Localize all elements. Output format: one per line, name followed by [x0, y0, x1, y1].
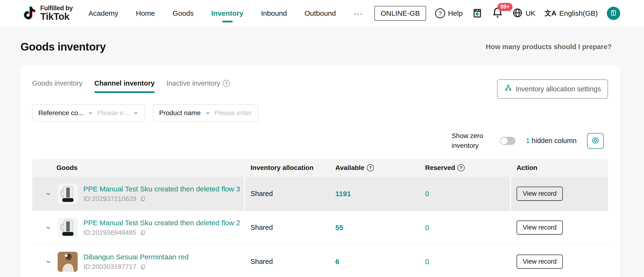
product-name-link[interactable]: PPE Manual Test Sku created then deleted… — [83, 219, 240, 227]
shop-selector[interactable]: ONLINE-GB — [374, 6, 426, 21]
tab-goods-inventory[interactable]: Goods inventory — [32, 79, 82, 93]
page-head: Goods inventory How many products should… — [0, 27, 644, 53]
reference-code-label[interactable]: Reference co... — [38, 109, 84, 117]
reserved-value[interactable]: 0 — [419, 258, 510, 266]
question-circle-icon[interactable]: ? — [367, 164, 374, 171]
language-selector[interactable]: 文A English(GB) — [544, 9, 598, 18]
tab-label: Inactive inventory — [166, 79, 220, 87]
column-separator — [244, 177, 245, 211]
show-zero-inventory-label: Show zero inventory — [452, 131, 490, 150]
table-row: PPE Manual Test Sku created then deleted… — [32, 177, 608, 211]
view-record-button[interactable]: View record — [516, 254, 563, 269]
tab-label: Channel inventory — [94, 79, 154, 87]
product-name-link[interactable]: PPE Manual Test Sku created then deleted… — [83, 185, 240, 193]
ellipsis-icon: ··· — [354, 9, 363, 18]
allocation-tree-icon — [504, 84, 512, 94]
hidden-column-indicator: 1 hidden column — [526, 137, 576, 145]
copy-icon[interactable] — [140, 229, 146, 236]
view-record-button[interactable]: View record — [516, 220, 563, 234]
product-id-value: ID:202937210629 — [83, 195, 136, 203]
active-nav-underline — [222, 21, 233, 23]
tab-channel-inventory[interactable]: Channel inventory — [94, 79, 154, 93]
reserved-value[interactable]: 0 — [419, 190, 510, 198]
column-separator — [510, 177, 511, 211]
nav-item-academy[interactable]: Academy — [88, 0, 118, 27]
store-avatar[interactable] — [607, 7, 620, 20]
returns-package-icon — [472, 8, 483, 19]
column-settings-button[interactable] — [587, 133, 604, 149]
product-name-filter[interactable]: Product name Please enter — [153, 104, 258, 122]
language-label: English(GB) — [559, 9, 598, 18]
tab-label: Goods inventory — [32, 79, 82, 87]
product-image-teapot[interactable] — [58, 184, 78, 204]
tab-inactive-inventory[interactable]: Inactive inventory ? — [166, 79, 230, 93]
notifications-button[interactable]: 99+ — [492, 7, 503, 20]
product-id: ID:200303187717 — [83, 263, 189, 270]
main-nav: Academy Home Goods Inventory Inbound Out… — [88, 0, 363, 27]
product-id: ID:202937210629 — [83, 195, 240, 203]
copy-icon[interactable] — [140, 264, 146, 270]
column-header-available: Available ? — [329, 164, 419, 172]
goods-cell: PPE Manual Test Sku created then deleted… — [32, 184, 244, 204]
active-tab-underline — [94, 91, 154, 93]
channel-inventory-table: Goods Inventory allocation Available ? R… — [32, 159, 608, 277]
expand-row-chevron-icon[interactable] — [45, 190, 52, 197]
show-zero-inventory-toggle[interactable] — [500, 137, 516, 145]
table-header: Goods Inventory allocation Available ? R… — [32, 159, 608, 177]
available-label: Available — [335, 164, 364, 172]
column-header-reserved: Reserved ? — [419, 164, 510, 172]
topbar: Fulfilled by TikTok Academy Home Goods I… — [0, 0, 644, 27]
region-selector[interactable]: UK — [512, 8, 536, 19]
card-top-row: Goods inventory Channel inventory Inacti… — [32, 79, 608, 99]
inventory-tabs: Goods inventory Channel inventory Inacti… — [32, 79, 230, 93]
nav-item-home[interactable]: Home — [136, 0, 155, 27]
product-name-label[interactable]: Product name — [159, 109, 200, 117]
fulfilled-by-tiktok-logo[interactable]: Fulfilled by TikTok — [22, 4, 73, 23]
expand-row-chevron-icon[interactable] — [45, 258, 52, 265]
chevron-down-icon[interactable] — [88, 110, 94, 116]
copy-icon[interactable] — [140, 196, 146, 202]
prepare-help-link[interactable]: How many products should I prepare? — [486, 43, 612, 51]
question-circle-icon: ? — [435, 8, 445, 18]
nav-item-inbound[interactable]: Inbound — [261, 0, 287, 27]
table-controls: Show zero inventory 1 hidden column — [32, 131, 608, 150]
expand-row-chevron-icon[interactable] — [45, 224, 52, 231]
table-row: Dibangun Sesuai Permintaan red ID:200303… — [32, 245, 608, 277]
product-image-sweater[interactable] — [58, 252, 78, 272]
view-record-button[interactable]: View record — [516, 187, 563, 201]
action-cell: View record — [510, 220, 608, 234]
allocation-value: Shared — [244, 258, 329, 265]
reference-code-filter[interactable]: Reference co... Please e... — [32, 104, 145, 122]
logo-line2: TikTok — [40, 12, 73, 22]
globe-icon — [512, 8, 523, 19]
translate-icon: 文A — [544, 9, 556, 18]
product-name-link[interactable]: Dibangun Sesuai Permintaan red — [83, 253, 189, 261]
nav-label: Outbound — [304, 9, 336, 18]
available-value[interactable]: 1191 — [329, 190, 419, 198]
goods-cell: Dibangun Sesuai Permintaan red ID:200303… — [32, 252, 244, 272]
column-header-goods: Goods — [32, 164, 244, 172]
nav-more-button[interactable]: ··· — [354, 0, 363, 27]
available-value[interactable]: 6 — [329, 258, 419, 266]
table-row: PPE Manual Test Sku created then deleted… — [32, 211, 608, 245]
returns-button[interactable] — [472, 8, 483, 19]
product-image-teapot[interactable] — [58, 218, 78, 238]
page-title: Goods inventory — [20, 40, 106, 53]
nav-item-outbound[interactable]: Outbound — [304, 0, 336, 27]
toggle-knob — [501, 138, 508, 144]
question-circle-icon[interactable]: ? — [458, 164, 465, 171]
available-value[interactable]: 55 — [329, 224, 419, 232]
column-header-allocation: Inventory allocation — [244, 164, 329, 172]
action-cell: View record — [510, 254, 608, 269]
nav-item-inventory[interactable]: Inventory — [211, 0, 244, 27]
goods-cell: PPE Manual Test Sku created then deleted… — [32, 218, 244, 238]
nav-item-goods[interactable]: Goods — [173, 0, 194, 27]
reserved-value[interactable]: 0 — [419, 224, 510, 232]
chevron-down-icon[interactable] — [204, 110, 211, 116]
reference-code-input[interactable]: Please e... — [98, 109, 129, 117]
hidden-column-count: 1 — [526, 137, 530, 144]
chevron-down-icon[interactable] — [133, 110, 139, 116]
inventory-allocation-settings-button[interactable]: Inventory allocation settings — [497, 79, 608, 99]
product-name-input[interactable]: Please enter — [214, 109, 252, 117]
help-menu[interactable]: ? Help — [435, 8, 463, 18]
